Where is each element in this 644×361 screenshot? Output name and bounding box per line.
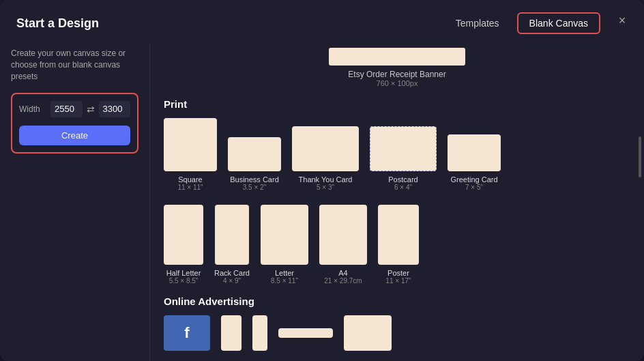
half-letter-size: 5.5 × 8.5" — [169, 277, 199, 285]
a4-preview — [319, 205, 367, 265]
swap-dimensions-button[interactable]: ⇄ — [87, 104, 95, 115]
etsy-banner-size: 760 × 100px — [377, 79, 418, 87]
canvas-size-input-group: Width px ▲ ▼ ⇄ px ▲ — [11, 93, 138, 153]
main-content: Etsy Order Receipt Banner 760 × 100px Pr… — [150, 42, 644, 361]
thank-you-card-size: 5 × 3" — [317, 184, 334, 191]
tab-templates[interactable]: Templates — [443, 12, 512, 34]
modal-title: Start a Design — [16, 16, 99, 31]
template-business-card[interactable]: Business Card 3.5 × 2" — [228, 118, 281, 191]
online-tall1-preview — [221, 315, 241, 351]
thank-you-card-label: Thank You Card — [299, 175, 353, 184]
rack-card-preview — [215, 205, 249, 265]
online-section-title: Online Advertising — [164, 295, 630, 307]
postcard-label: Postcard — [388, 175, 418, 184]
template-online-wide2[interactable] — [344, 315, 392, 355]
thank-you-card-preview — [292, 126, 359, 171]
etsy-banner-item[interactable]: Etsy Order Receipt Banner 760 × 100px — [164, 48, 630, 87]
print-templates-row1: Square 11 × 11" Business Card 3.5 × 2" T… — [164, 118, 630, 191]
a4-label: A4 — [338, 269, 347, 277]
template-letter[interactable]: Letter 8.5 × 11" — [261, 205, 308, 285]
close-button[interactable]: × — [614, 12, 630, 29]
greeting-card-label: Greeting Card — [450, 175, 497, 184]
etsy-banner-preview — [329, 48, 465, 66]
template-greeting-card[interactable]: Greeting Card 7 × 5" — [448, 118, 501, 191]
online-wide2-preview — [344, 315, 392, 351]
postcard-preview — [370, 126, 437, 171]
sidebar: Create your own canvas size or choose fr… — [0, 42, 150, 361]
a4-size: 21 × 29.7cm — [324, 277, 362, 285]
template-rack-card[interactable]: Rack Card 4 × 9" — [214, 205, 250, 285]
template-thank-you-card[interactable]: Thank You Card 5 × 3" — [292, 118, 359, 191]
width-row: Width px ▲ ▼ ⇄ px ▲ — [19, 101, 130, 117]
square-label: Square — [178, 175, 202, 184]
letter-label: Letter — [275, 269, 294, 277]
letter-size: 8.5 × 11" — [271, 277, 298, 285]
online-wide1-preview — [278, 328, 333, 338]
etsy-banner-label: Etsy Order Receipt Banner — [348, 70, 445, 79]
facebook-preview: f — [164, 315, 210, 351]
greeting-card-size: 7 × 5" — [465, 184, 483, 191]
sidebar-description: Create your own canvas size or choose fr… — [11, 48, 138, 82]
business-card-size: 3.5 × 2" — [243, 184, 266, 191]
template-postcard[interactable]: Postcard 6 × 4" — [370, 118, 437, 191]
template-online-wide1[interactable] — [278, 315, 333, 355]
modal-body: Create your own canvas size or choose fr… — [0, 42, 644, 361]
half-letter-preview — [164, 205, 203, 265]
business-card-label: Business Card — [230, 175, 279, 184]
width-input-wrap: px ▲ ▼ — [50, 101, 83, 117]
letter-preview — [261, 205, 308, 265]
online-advertising-section: Online Advertising f — [164, 295, 630, 355]
online-templates-grid: f — [164, 315, 630, 355]
template-poster[interactable]: Poster 11 × 17" — [378, 205, 419, 285]
print-section: Print Square 11 × 11" Business Card 3.5 … — [164, 98, 630, 285]
height-input[interactable] — [99, 101, 131, 117]
modal-header: Start a Design Templates Blank Canvas × — [0, 0, 644, 42]
create-button[interactable]: Create — [19, 126, 130, 145]
rack-card-size: 4 × 9" — [223, 277, 241, 285]
template-a4[interactable]: A4 21 × 29.7cm — [319, 205, 367, 285]
print-section-title: Print — [164, 98, 630, 110]
square-size: 11 × 11" — [177, 184, 203, 191]
half-letter-label: Half Letter — [166, 269, 201, 277]
square-preview — [164, 118, 217, 171]
business-card-preview — [228, 137, 281, 171]
poster-preview — [378, 205, 419, 265]
template-half-letter[interactable]: Half Letter 5.5 × 8.5" — [164, 205, 203, 285]
scroll-indicator[interactable] — [639, 136, 641, 177]
template-online-tall2[interactable] — [252, 315, 267, 355]
facebook-icon: f — [184, 324, 189, 342]
greeting-card-preview — [448, 134, 501, 171]
template-online-tall1[interactable] — [221, 315, 241, 355]
poster-label: Poster — [387, 269, 409, 277]
template-facebook[interactable]: f — [164, 315, 210, 355]
height-input-wrap: px ▲ ▼ — [99, 101, 131, 117]
rack-card-label: Rack Card — [214, 269, 250, 277]
poster-size: 11 × 17" — [385, 277, 411, 285]
template-square[interactable]: Square 11 × 11" — [164, 118, 217, 191]
width-input[interactable] — [50, 101, 83, 117]
tab-blank-canvas[interactable]: Blank Canvas — [517, 12, 600, 34]
start-design-modal: Start a Design Templates Blank Canvas × … — [0, 0, 644, 361]
width-label: Width — [19, 104, 46, 114]
print-templates-row2: Half Letter 5.5 × 8.5" Rack Card 4 × 9" … — [164, 205, 630, 285]
header-tabs: Templates Blank Canvas — [443, 12, 600, 34]
postcard-size: 6 × 4" — [394, 184, 412, 191]
online-tall2-preview — [252, 315, 267, 351]
